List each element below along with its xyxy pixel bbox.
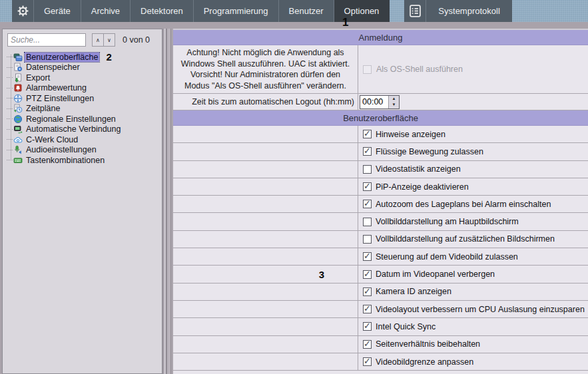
- cloud-icon: [13, 135, 23, 144]
- option-row: Videobildgrenze anpassen: [173, 353, 588, 371]
- auto-logout-spinner: ▲ ▼: [360, 95, 400, 109]
- option-row-spacer-cell: [173, 301, 358, 317]
- option-checkbox[interactable]: [363, 182, 372, 191]
- section-header-benutzeroberflaeche: Benutzeroberfläche: [173, 110, 588, 126]
- main-tab-bar: Geräte Archive Detektoren Programmierung…: [34, 0, 390, 22]
- tree-connector: [7, 88, 13, 89]
- search-input[interactable]: [7, 33, 86, 47]
- option-checkbox[interactable]: [363, 252, 372, 261]
- system-log-button[interactable]: [404, 0, 426, 22]
- tree-connector: [7, 67, 13, 68]
- option-checkbox[interactable]: [363, 322, 372, 331]
- os-shell-row: Achtung! Nicht möglich die Anwendung als…: [173, 45, 588, 94]
- sidebar-search-row: ∧ ∨ 0 von 0: [3, 29, 162, 49]
- tree-item-label: Benutzeroberfläche: [25, 53, 99, 62]
- sidebar-tree-item[interactable]: Datenspeicher: [3, 63, 162, 73]
- option-label: Kamera ID anzeigen: [376, 287, 451, 296]
- tree-connector: [7, 98, 13, 98]
- sidebar-tree-item[interactable]: Benutzeroberfläche 2: [3, 52, 162, 63]
- option-checkbox[interactable]: [363, 287, 372, 296]
- option-checkbox[interactable]: [363, 305, 372, 313]
- tree-item-label: PTZ Einstellungen: [25, 94, 95, 103]
- spinner-up-button[interactable]: ▲: [389, 96, 399, 102]
- topbar-tab[interactable]: Archive: [81, 0, 131, 22]
- sidebar-tree-item[interactable]: C-Werk Cloud: [3, 134, 162, 145]
- annotation-number: 3: [319, 269, 324, 280]
- audio-settings-icon: [13, 145, 23, 154]
- topbar-tab[interactable]: Benutzer: [279, 0, 334, 22]
- topbar-tab[interactable]: Programmierung: [194, 0, 279, 22]
- option-row-spacer-cell: [173, 143, 358, 160]
- topbar-left-margin: [0, 0, 12, 22]
- option-checkbox[interactable]: [363, 147, 372, 156]
- tab-label: Detektoren: [141, 6, 183, 16]
- option-row-spacer-cell: [173, 126, 358, 142]
- option-label: Intel Quick Sync: [376, 322, 436, 331]
- schedules-icon: [13, 104, 23, 113]
- tree-connector: [7, 139, 13, 140]
- spinner-down-button[interactable]: ▼: [389, 102, 399, 108]
- regional-settings-icon: [13, 114, 23, 124]
- option-checkbox[interactable]: [363, 165, 372, 174]
- sidebar-tree-item[interactable]: Regionale Einstellungen: [3, 114, 162, 124]
- sidebar-tree-item[interactable]: Audioeinstellungen: [3, 145, 162, 156]
- option-checkbox[interactable]: [363, 130, 372, 138]
- topbar-tab[interactable]: Geräte: [34, 0, 81, 22]
- sidebar-tree-item[interactable]: Export: [3, 73, 162, 83]
- option-label: Seitenverhältnis beibehalten: [376, 339, 480, 349]
- topbar-tab[interactable]: Detektoren: [131, 0, 194, 22]
- sidebar-tree-item[interactable]: Tastenkombinationen: [3, 155, 162, 166]
- tree-connector: [7, 129, 13, 130]
- annotation-number: 2: [106, 51, 111, 63]
- tree-item-label: Zeitpläne: [25, 104, 61, 113]
- option-checkbox[interactable]: [363, 218, 372, 226]
- settings-tree: Benutzeroberfläche 2 Datenspeicher Expor…: [3, 52, 162, 166]
- gear-icon: [16, 4, 30, 18]
- search-result-count: 0 von 0: [123, 35, 150, 45]
- tree-item-label: Datenspeicher: [25, 63, 81, 72]
- sidebar-splitter[interactable]: [162, 29, 173, 374]
- option-checkbox[interactable]: [363, 235, 372, 244]
- option-row: 3 Datum im Videopanel verbergen: [173, 266, 588, 283]
- option-row: Steuerung auf dem Videobild zulassen: [173, 248, 588, 266]
- keyboard-shortcuts-icon: [13, 156, 23, 165]
- user-interface-icon: [13, 53, 23, 62]
- tree-item-label: Tastenkombinationen: [25, 156, 106, 165]
- topbar: Geräte Archive Detektoren Programmierung…: [0, 0, 588, 22]
- search-next-button[interactable]: ∨: [103, 33, 115, 47]
- tree-connector: [7, 77, 13, 78]
- settings-gear-button[interactable]: [12, 0, 34, 22]
- tree-item-label: Audioeinstellungen: [25, 145, 98, 154]
- section-header-anmeldung: Anmeldung: [173, 30, 588, 45]
- option-label: PiP-Anzeige deaktivieren: [376, 182, 469, 192]
- search-prev-button[interactable]: ∧: [92, 33, 104, 47]
- sidebar-tree-item[interactable]: Zeitpläne: [3, 104, 162, 114]
- option-row-spacer-cell: 3: [173, 266, 358, 282]
- tree-item-label: Automatische Verbindung: [25, 124, 122, 134]
- option-row: Intel Quick Sync: [173, 318, 588, 335]
- log-report-icon: [408, 4, 422, 18]
- option-row: Vollbilddarstellung am Hauptbildschirm: [173, 213, 588, 230]
- tree-item-label: Regionale Einstellungen: [25, 114, 117, 124]
- option-checkbox[interactable]: [363, 340, 372, 349]
- tab-label: Archive: [91, 6, 120, 16]
- tab-label: Programmierung: [204, 6, 268, 16]
- option-checkbox[interactable]: [363, 270, 372, 279]
- topbar-gap: [390, 0, 404, 22]
- sidebar-tree-item[interactable]: Alarmbewertung: [3, 83, 162, 94]
- option-row-spacer-cell: [173, 161, 358, 178]
- system-log-tab[interactable]: Systemprotokoll: [426, 0, 511, 22]
- option-label: Videobildgrenze anpassen: [376, 357, 473, 367]
- sidebar-tree-item[interactable]: PTZ Einstellungen: [3, 93, 162, 104]
- option-checkbox[interactable]: [363, 200, 372, 208]
- auto-connect-icon: [13, 124, 23, 134]
- ui-options-list: Hinweise anzeigen Flüssige Bewegung zula…: [173, 126, 588, 371]
- option-checkbox[interactable]: [363, 357, 372, 366]
- sidebar-tree-item[interactable]: Automatische Verbindung: [3, 124, 162, 135]
- option-row: Kamera ID anzeigen: [173, 283, 588, 301]
- auto-logout-value-input[interactable]: [360, 96, 388, 108]
- tree-item-label: C-Werk Cloud: [25, 135, 79, 144]
- window-divider-strip: [0, 22, 588, 29]
- options-sidebar: ∧ ∨ 0 von 0 Benutzeroberfläche 2 Datensp…: [2, 29, 162, 374]
- tab-label: Benutzer: [289, 6, 324, 16]
